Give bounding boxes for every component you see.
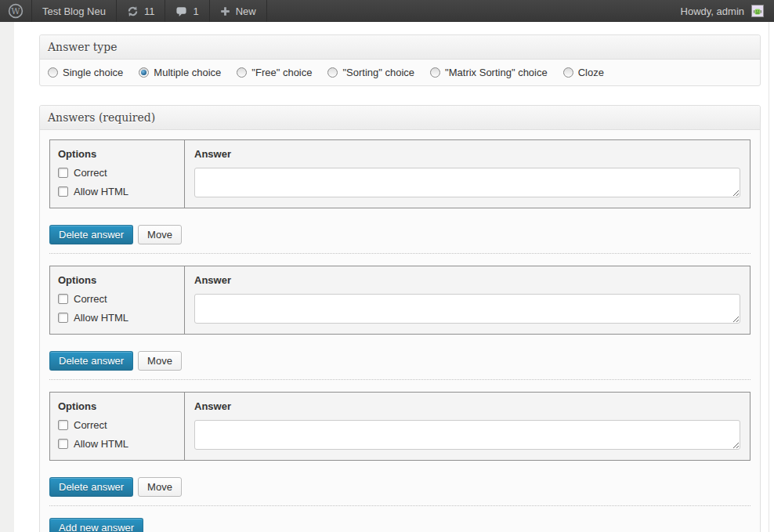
site-name: Test Blog Neu <box>42 5 106 17</box>
answer-table: Options Correct Allow HTML Answer <box>49 266 750 335</box>
delete-answer-button[interactable]: Delete answer <box>49 351 133 371</box>
separator <box>49 505 750 506</box>
answer-type-radio[interactable]: "Matrix Sorting" choice <box>430 67 548 78</box>
answers-title: Answers (required) <box>40 106 760 130</box>
checkbox-icon <box>58 420 68 430</box>
answer-textarea[interactable] <box>194 420 740 450</box>
answer-type-radio[interactable]: Multiple choice <box>139 67 221 78</box>
updates-icon <box>127 5 139 17</box>
answer-table: Options Correct Allow HTML Answer <box>49 392 750 461</box>
comments-count: 1 <box>193 5 198 17</box>
admin-bar: W Test Blog Neu 11 <box>0 0 774 22</box>
answer-textarea[interactable] <box>194 294 740 324</box>
separator <box>49 379 750 380</box>
new-content-menu[interactable]: New <box>210 0 267 22</box>
delete-answer-button[interactable]: Delete answer <box>49 225 133 244</box>
options-header: Options <box>58 400 176 412</box>
left-gutter <box>0 22 14 532</box>
radio-icon <box>430 67 440 78</box>
radio-label: Cloze <box>578 67 604 78</box>
allow-html-label: Allow HTML <box>74 438 128 450</box>
options-header: Options <box>58 274 176 286</box>
answer-actions: Delete answer Move <box>49 225 750 244</box>
correct-checkbox[interactable]: Correct <box>58 419 176 431</box>
answer-type-radio[interactable]: Cloze <box>563 67 604 78</box>
answer-type-radio[interactable]: "Free" choice <box>237 67 312 78</box>
options-cell: Options Correct Allow HTML <box>50 266 185 334</box>
answer-type-title: Answer type <box>40 35 760 60</box>
options-cell: Options Correct Allow HTML <box>50 393 185 460</box>
correct-checkbox[interactable]: Correct <box>58 167 176 179</box>
checkbox-icon <box>58 313 68 323</box>
options-cell: Options Correct Allow HTML <box>50 140 185 208</box>
radio-label: "Sorting" choice <box>342 67 414 78</box>
checkbox-icon <box>58 168 68 178</box>
radio-icon <box>48 67 58 78</box>
new-label: New <box>236 5 256 17</box>
answer-block: Options Correct Allow HTML Answer Delete… <box>49 392 750 506</box>
comment-icon <box>175 5 187 17</box>
checkbox-icon <box>58 294 68 304</box>
plus-icon <box>220 6 230 16</box>
answers-panel: Answers (required) Options Correct Allow… <box>39 105 761 532</box>
move-button[interactable]: Move <box>138 477 182 497</box>
answer-type-panel: Answer type Single choice Multiple choic… <box>39 34 761 86</box>
radio-icon <box>563 67 573 78</box>
delete-answer-button[interactable]: Delete answer <box>49 477 133 497</box>
radio-icon <box>237 67 247 78</box>
answer-textarea[interactable] <box>194 168 740 197</box>
answer-type-radio[interactable]: Single choice <box>48 67 123 78</box>
main-content: Answer type Single choice Multiple choic… <box>39 34 761 532</box>
allow-html-checkbox[interactable]: Allow HTML <box>58 312 176 324</box>
move-button[interactable]: Move <box>138 351 182 371</box>
updates-menu[interactable]: 11 <box>117 0 166 22</box>
checkbox-icon <box>58 439 68 449</box>
radio-icon <box>327 67 338 78</box>
correct-label: Correct <box>74 167 107 179</box>
radio-label: Single choice <box>63 67 123 78</box>
answer-type-options: Single choice Multiple choice "Free" cho… <box>40 60 760 85</box>
answers-body: Options Correct Allow HTML Answer Delete… <box>40 130 760 532</box>
correct-label: Correct <box>74 419 107 431</box>
svg-text:W: W <box>11 6 20 16</box>
allow-html-label: Allow HTML <box>74 186 128 197</box>
comments-menu[interactable]: 1 <box>165 0 209 22</box>
answer-cell: Answer <box>185 393 750 460</box>
answer-block: Options Correct Allow HTML Answer Delete… <box>49 266 750 380</box>
answer-cell: Answer <box>185 140 750 208</box>
answer-header: Answer <box>194 148 740 160</box>
allow-html-label: Allow HTML <box>74 312 128 324</box>
move-button[interactable]: Move <box>138 225 182 244</box>
radio-icon <box>139 67 149 78</box>
allow-html-checkbox[interactable]: Allow HTML <box>58 186 176 197</box>
updates-count: 11 <box>144 5 155 17</box>
radio-label: "Matrix Sorting" choice <box>445 67 548 78</box>
answer-actions: Delete answer Move <box>49 477 750 497</box>
site-name-menu[interactable]: Test Blog Neu <box>32 0 117 22</box>
correct-checkbox[interactable]: Correct <box>58 293 176 305</box>
answer-header: Answer <box>194 274 740 286</box>
howdy-text: Howdy, admin <box>681 5 744 17</box>
allow-html-checkbox[interactable]: Allow HTML <box>58 438 176 450</box>
options-header: Options <box>58 148 176 160</box>
add-new-answer-button[interactable]: Add new answer <box>49 518 143 532</box>
account-menu[interactable]: Howdy, admin <box>671 0 774 22</box>
correct-label: Correct <box>74 293 107 305</box>
checkbox-icon <box>58 186 68 197</box>
answer-type-radio[interactable]: "Sorting" choice <box>327 67 414 78</box>
separator <box>49 253 750 254</box>
answer-block: Options Correct Allow HTML Answer Delete… <box>49 139 750 254</box>
page-right-edge <box>769 22 769 532</box>
wordpress-logo-icon: W <box>8 3 24 19</box>
wordpress-logo-menu[interactable]: W <box>0 0 32 22</box>
answer-cell: Answer <box>185 266 750 334</box>
avatar <box>751 5 764 17</box>
radio-label: "Free" choice <box>251 67 312 78</box>
answer-table: Options Correct Allow HTML Answer <box>49 139 750 208</box>
answer-header: Answer <box>194 400 740 412</box>
radio-label: Multiple choice <box>154 67 221 78</box>
answer-actions: Delete answer Move <box>49 351 750 371</box>
